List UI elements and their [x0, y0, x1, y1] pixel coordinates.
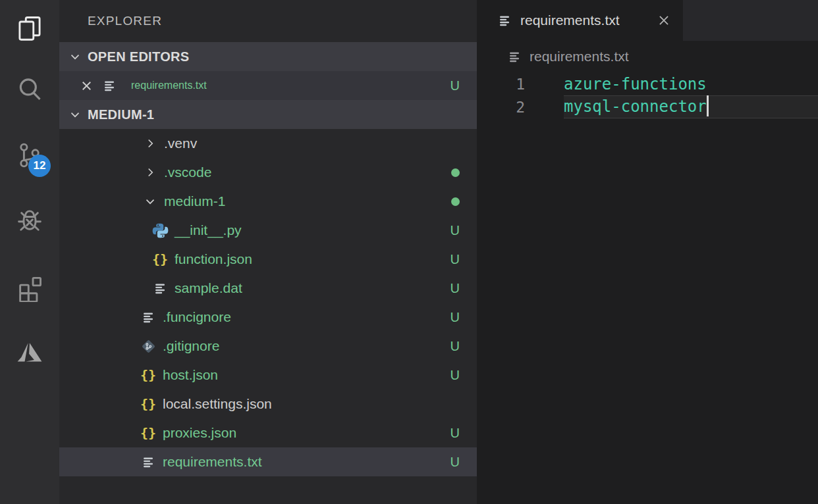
- folder-section-label: MEDIUM-1: [88, 107, 154, 122]
- tab-bar: requirements.txt: [477, 0, 818, 41]
- git-status-badge: U: [450, 310, 460, 325]
- open-editors-label: OPEN EDITORS: [88, 49, 189, 64]
- chevron-down-icon: [142, 194, 158, 209]
- file-name: sample.dat: [175, 280, 242, 296]
- extensions-icon: [14, 272, 45, 302]
- close-icon[interactable]: [657, 13, 671, 28]
- git-status-badge: U: [450, 426, 460, 441]
- folder-name: .vscode: [164, 164, 211, 180]
- activity-explorer-button[interactable]: [0, 0, 59, 57]
- file-name: __init__.py: [175, 222, 242, 238]
- git-status-badge: U: [450, 252, 460, 267]
- json-icon: {}: [151, 253, 169, 266]
- modified-dot: [451, 197, 460, 206]
- open-editor-requirements[interactable]: requirements.txt U: [59, 71, 477, 100]
- folder-section-header[interactable]: MEDIUM-1: [59, 100, 477, 129]
- tree-item-.funcignore[interactable]: .funcignoreU: [59, 303, 477, 332]
- json-icon: {}: [140, 426, 157, 440]
- activity-debug-button[interactable]: [0, 188, 59, 254]
- folder-name: .venv: [164, 136, 197, 151]
- activity-search-button[interactable]: [0, 57, 59, 122]
- file-name: host.json: [163, 367, 218, 383]
- folder-name: medium-1: [164, 193, 225, 209]
- breadcrumb[interactable]: requirements.txt: [477, 41, 818, 72]
- file-icon: [140, 310, 157, 325]
- chevron-right-icon: [142, 136, 158, 151]
- git-status-badge: U: [450, 339, 460, 354]
- tree-item-.gitignore[interactable]: .gitignoreU: [59, 332, 477, 361]
- git-status-badge: U: [450, 223, 460, 238]
- code-line-1[interactable]: 1azure-functions: [477, 72, 818, 95]
- file-icon: [101, 78, 118, 93]
- code-editor[interactable]: 1azure-functions2mysql-connector: [477, 72, 818, 504]
- search-icon: [14, 74, 45, 105]
- activity-extensions-button[interactable]: [0, 254, 59, 320]
- tab-label: requirements.txt: [520, 13, 620, 28]
- json-icon: {}: [140, 368, 157, 382]
- editor-group: requirements.txt requirements.txt 1azure…: [477, 0, 818, 504]
- debug-icon: [14, 206, 45, 236]
- activity-azure-button[interactable]: [0, 320, 59, 386]
- json-icon: {}: [140, 397, 157, 411]
- vscode-window: 12: [0, 0, 818, 504]
- file-icon: [151, 281, 169, 296]
- line-number: 2: [477, 99, 525, 116]
- file-name: local.settings.json: [163, 396, 272, 412]
- chevron-down-icon: [67, 107, 83, 122]
- tab-requirements[interactable]: requirements.txt: [477, 0, 683, 41]
- open-editors-section-header[interactable]: OPEN EDITORS: [59, 42, 477, 71]
- tree-item-medium-1[interactable]: medium-1: [59, 187, 477, 216]
- tree-item-requirements.txt[interactable]: requirements.txtU: [59, 447, 477, 476]
- activity-source-control-button[interactable]: 12: [0, 122, 59, 188]
- file-name: proxies.json: [163, 425, 236, 441]
- file-icon: [140, 455, 157, 470]
- file-icon: [507, 49, 522, 64]
- code-text: mysql-connector: [564, 97, 709, 118]
- file-tree: .venv.vscodemedium-1__init__.pyU{}functi…: [59, 129, 477, 504]
- tree-item-.venv[interactable]: .venv: [59, 129, 477, 158]
- close-icon[interactable]: [80, 79, 94, 93]
- azure-icon: [14, 338, 45, 368]
- tree-item-local.settings.json[interactable]: {}local.settings.json: [59, 390, 477, 418]
- files-icon: [14, 13, 45, 43]
- file-name: function.json: [175, 251, 252, 267]
- tree-item---init--.py[interactable]: __init__.pyU: [59, 216, 477, 245]
- explorer-sidebar: EXPLORER OPEN EDITORS requirements.txt U…: [59, 0, 477, 504]
- git-icon: [140, 338, 157, 355]
- tree-item-sample.dat[interactable]: sample.datU: [59, 274, 477, 303]
- modified-dot: [451, 168, 460, 177]
- line-number: 1: [477, 76, 525, 93]
- file-icon: [497, 13, 512, 28]
- file-name: .gitignore: [163, 338, 219, 354]
- git-status-badge: U: [450, 368, 460, 383]
- git-status-badge: U: [450, 78, 460, 93]
- tree-item-host.json[interactable]: {}host.jsonU: [59, 361, 477, 390]
- file-name: requirements.txt: [163, 454, 262, 470]
- file-name: .funcignore: [163, 309, 231, 325]
- python-icon: [151, 222, 169, 239]
- sidebar-title: EXPLORER: [59, 0, 477, 42]
- open-editor-file-name: requirements.txt: [131, 80, 207, 91]
- chevron-right-icon: [142, 165, 158, 180]
- chevron-down-icon: [67, 49, 83, 64]
- activity-bar: 12: [0, 0, 59, 504]
- code-text: azure-functions: [564, 75, 707, 93]
- breadcrumb-item: requirements.txt: [530, 49, 629, 64]
- tree-item-proxies.json[interactable]: {}proxies.jsonU: [59, 418, 477, 447]
- source-control-badge: 12: [28, 155, 51, 177]
- text-cursor: [707, 95, 709, 116]
- git-status-badge: U: [450, 281, 460, 296]
- tree-item-function.json[interactable]: {}function.jsonU: [59, 245, 477, 274]
- tree-item-.vscode[interactable]: .vscode: [59, 158, 477, 187]
- code-line-2[interactable]: 2mysql-connector: [477, 95, 818, 118]
- git-status-badge: U: [450, 455, 460, 470]
